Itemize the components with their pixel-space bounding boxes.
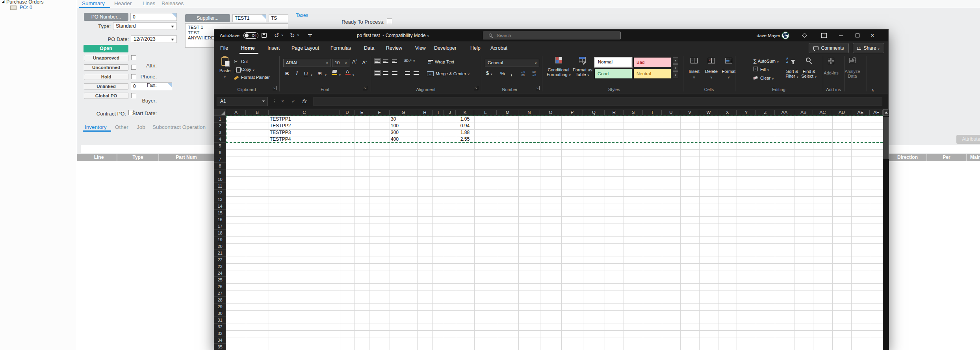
font-color-dropdown-icon[interactable]: ∨ [352, 73, 355, 76]
copy-button[interactable]: Copy ∨ [241, 67, 255, 72]
row-header-4[interactable]: 4 [214, 136, 226, 143]
scrollbar-thumb[interactable] [883, 117, 889, 159]
align-top-button[interactable] [374, 58, 381, 64]
column-header-V[interactable]: V [680, 109, 699, 116]
sheet-cells-area[interactable] [226, 116, 883, 350]
column-header-AC[interactable]: AC [813, 109, 832, 116]
column-header-J[interactable]: J [444, 109, 456, 116]
row-header-15[interactable]: 15 [214, 210, 226, 216]
row-header-12[interactable]: 12 [214, 190, 226, 196]
clipboard-dialog-launcher[interactable]: ↘ [273, 86, 277, 90]
column-header-K[interactable]: K [456, 109, 474, 116]
styles-gallery-up-button[interactable]: ∧ [673, 57, 678, 64]
column-header-C[interactable]: C [269, 109, 340, 116]
row-header-16[interactable]: 16 [214, 216, 226, 223]
column-header-U[interactable]: U [662, 109, 680, 116]
po-number-button[interactable]: PO Number... [84, 13, 128, 21]
column-header-Q[interactable]: Q [583, 109, 605, 116]
row-header-20[interactable]: 20 [214, 243, 226, 250]
row-header-26[interactable]: 26 [214, 283, 226, 290]
cell-style-neutral[interactable]: Neutral [633, 69, 671, 79]
ready-to-process-checkbox[interactable] [387, 19, 392, 24]
align-bottom-button[interactable] [391, 58, 398, 64]
close-button[interactable]: × [870, 30, 874, 41]
scroll-up-button[interactable] [883, 109, 889, 116]
ribbon-tab-review[interactable]: Review [386, 41, 402, 55]
ribbon-tab-file[interactable]: File [220, 41, 228, 55]
formula-input[interactable] [314, 97, 882, 106]
column-header-F[interactable]: F [369, 109, 390, 116]
fill-button[interactable]: Fill ∨ [760, 67, 769, 72]
autosum-button[interactable]: ∑ AutoSum ∨ [753, 58, 779, 64]
lower-tab-inventory[interactable]: Inventory [85, 124, 107, 130]
column-header-R[interactable]: R [605, 109, 624, 116]
row-header-27[interactable]: 27 [214, 290, 226, 297]
lower-tab-other[interactable]: Other [115, 124, 128, 130]
percent-style-button[interactable]: % [500, 71, 505, 76]
tree-expander-icon[interactable]: ◢ [2, 0, 4, 3]
cell-style-normal[interactable]: Normal [594, 57, 632, 67]
column-header-H[interactable]: H [417, 109, 432, 116]
underline-button[interactable]: U [304, 71, 308, 76]
number-format-select[interactable]: General∨ [485, 59, 539, 67]
autosave-toggle[interactable]: Off [243, 32, 258, 39]
cancel-entry-icon[interactable]: × [281, 97, 284, 106]
align-right-button[interactable] [391, 70, 398, 76]
column-header-G[interactable]: G [390, 109, 417, 116]
underline-dropdown-icon[interactable]: ∨ [310, 73, 313, 76]
column-header-N[interactable]: N [518, 109, 540, 116]
column-header-B[interactable]: B [246, 109, 269, 116]
maximize-button[interactable] [856, 34, 859, 37]
align-left-button[interactable] [374, 70, 381, 76]
column-header-M[interactable]: M [497, 109, 518, 116]
row-header-18[interactable]: 18 [214, 230, 226, 236]
row-header-22[interactable]: 22 [214, 257, 226, 263]
po-date-select[interactable]: 12/7/2023 [131, 35, 177, 43]
name-box[interactable]: A1 [217, 97, 268, 106]
comments-button[interactable]: Comments [809, 43, 849, 53]
cell-style-bad[interactable]: Bad [633, 57, 671, 67]
erp-tab-lines[interactable]: Lines [143, 0, 155, 6]
font-dialog-launcher[interactable]: ↘ [363, 86, 367, 90]
row-header-14[interactable]: 14 [214, 203, 226, 210]
row-header-9[interactable]: 9 [214, 169, 226, 176]
row-header-28[interactable]: 28 [214, 297, 226, 303]
decrease-indent-button[interactable] [404, 70, 411, 76]
po-number-field[interactable]: 0 [130, 13, 177, 21]
align-middle-button[interactable] [382, 58, 390, 64]
row-header-23[interactable]: 23 [214, 263, 226, 270]
confirm-entry-icon[interactable]: ✓ [291, 97, 295, 106]
bold-button[interactable]: B [285, 71, 289, 76]
row-header-32[interactable]: 32 [214, 324, 226, 330]
ribbon-tab-view[interactable]: View [415, 41, 426, 55]
row-header-31[interactable]: 31 [214, 317, 226, 324]
row-header-10[interactable]: 10 [214, 176, 226, 183]
erp-tab-header[interactable]: Header [114, 0, 132, 6]
column-header-Y[interactable]: Y [737, 109, 756, 116]
tree-item-po-0[interactable]: PO: 0 [20, 5, 32, 10]
alignment-dialog-launcher[interactable]: ↘ [474, 86, 478, 90]
font-size-select[interactable]: 10∨ [332, 59, 349, 67]
insert-function-icon[interactable]: fx [302, 97, 306, 106]
row-header-13[interactable]: 13 [214, 196, 226, 203]
ribbon-tab-insert[interactable]: Insert [267, 41, 280, 55]
status-checkbox-unapproved[interactable] [131, 55, 136, 60]
row-header-3[interactable]: 3 [214, 129, 226, 136]
customize-quick-access-icon[interactable]: ∨ [308, 34, 312, 37]
ribbon-tab-acrobat[interactable]: Acrobat [490, 41, 507, 55]
column-header-D[interactable]: D [340, 109, 355, 116]
row-header-11[interactable]: 11 [214, 183, 226, 190]
row-header-8[interactable]: 8 [214, 163, 226, 169]
wrap-text-button[interactable]: Wrap Text [435, 60, 454, 64]
row-header-33[interactable]: 33 [214, 330, 226, 337]
ribbon-tab-help[interactable]: Help [470, 41, 481, 55]
status-button-unapproved[interactable]: Unapproved [84, 55, 128, 61]
column-header-O[interactable]: O [540, 109, 561, 116]
row-header-21[interactable]: 21 [214, 250, 226, 257]
column-header-X[interactable]: X [718, 109, 737, 116]
comma-style-button[interactable]: , [510, 70, 512, 76]
fill-color-dropdown-icon[interactable]: ∨ [339, 73, 341, 76]
redo-dropdown-icon[interactable]: ∨ [297, 30, 299, 41]
tree-item-purchase-orders[interactable]: Purchase Orders [6, 0, 43, 5]
erp-tab-releases[interactable]: Releases [161, 0, 184, 6]
